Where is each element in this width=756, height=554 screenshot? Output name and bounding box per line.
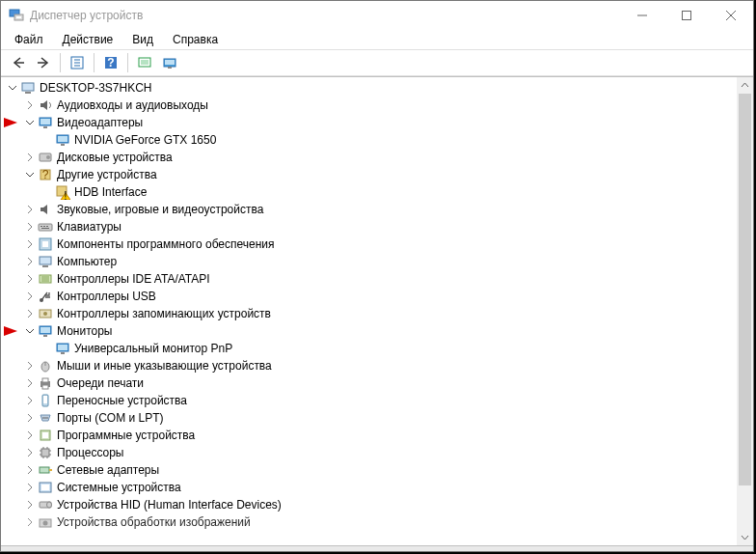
svg-rect-80 (40, 467, 49, 473)
scroll-up-arrow[interactable] (737, 77, 753, 94)
software-device-icon (38, 428, 53, 443)
chevron-right-icon[interactable] (22, 462, 38, 478)
category-system-devices[interactable]: Системные устройства (5, 479, 737, 496)
svg-rect-42 (42, 241, 48, 247)
category-video-adapters[interactable]: Видеоадаптеры (5, 114, 737, 131)
scroll-track[interactable] (737, 94, 753, 529)
category-label: Компьютер (57, 255, 117, 268)
chevron-right-icon[interactable] (22, 480, 38, 495)
back-button[interactable] (7, 51, 30, 74)
chevron-down-icon[interactable] (22, 167, 38, 182)
category-ports[interactable]: Порты (COM и LPT) (5, 409, 737, 427)
chevron-right-icon[interactable] (22, 445, 38, 460)
category-monitors[interactable]: Мониторы (5, 322, 737, 340)
category-mice[interactable]: Мыши и иные указывающие устройства (5, 357, 737, 374)
chevron-right-icon[interactable] (22, 410, 38, 426)
show-hidden-button[interactable] (66, 51, 89, 74)
minimize-button[interactable] (620, 1, 664, 30)
chevron-right-icon[interactable] (22, 202, 38, 217)
category-label: Процессоры (57, 446, 124, 459)
svg-rect-25 (43, 126, 47, 128)
chevron-down-icon[interactable] (22, 323, 38, 339)
category-storage-controllers[interactable]: Контроллеры запоминающих устройств (5, 305, 737, 322)
red-arrow-marker (4, 118, 17, 127)
tree-root[interactable]: DESKTOP-3S7HKCH (5, 79, 737, 97)
device-tree[interactable]: DESKTOP-3S7HKCH Аудиовходы и аудиовыходы… (1, 77, 737, 545)
forward-button[interactable] (32, 51, 55, 74)
chevron-right-icon[interactable] (22, 393, 38, 408)
category-label: Аудиовходы и аудиовыходы (57, 98, 208, 112)
category-usb[interactable]: Контроллеры USB (5, 288, 737, 305)
printer-icon (38, 375, 53, 391)
category-hid[interactable]: Устройства HID (Human Interface Devices) (5, 496, 737, 513)
menu-view[interactable]: Вид (124, 31, 161, 48)
category-processors[interactable]: Процессоры (5, 444, 737, 461)
computer-icon (20, 80, 36, 96)
svg-marker-52 (4, 326, 17, 336)
svg-rect-57 (58, 345, 68, 350)
root-label: DESKTOP-3S7HKCH (40, 81, 151, 95)
chevron-right-icon[interactable] (22, 306, 38, 321)
category-image-processing[interactable]: Устройства обработки изображений (5, 513, 737, 531)
svg-rect-37 (40, 226, 42, 227)
chevron-right-icon[interactable] (22, 150, 38, 165)
chevron-right-icon[interactable] (22, 428, 38, 443)
category-ide[interactable]: Контроллеры IDE ATA/ATAPI (5, 270, 737, 288)
toolbar: ? (1, 49, 753, 76)
menu-help[interactable]: Справка (165, 31, 226, 48)
chevron-right-icon[interactable] (22, 271, 38, 287)
display-adapter-icon (55, 132, 70, 148)
category-label: Программные устройства (57, 429, 195, 442)
scroll-down-arrow[interactable] (737, 529, 753, 545)
chevron-down-icon[interactable] (22, 115, 38, 130)
svg-point-30 (46, 155, 50, 159)
device-gpu[interactable]: NVIDIA GeForce GTX 1650 (5, 131, 737, 149)
chevron-right-icon[interactable] (22, 497, 38, 512)
chevron-right-icon[interactable] (22, 236, 38, 252)
chevron-right-icon[interactable] (22, 375, 38, 391)
display-adapter-icon (38, 115, 53, 130)
category-label: Видеоадаптеры (57, 116, 143, 129)
maximize-button[interactable] (664, 1, 709, 30)
category-other-devices[interactable]: ? Другие устройства (5, 166, 737, 183)
category-software-components[interactable]: Компоненты программного обеспечения (5, 235, 737, 253)
scan-hardware-button[interactable] (133, 51, 156, 74)
svg-point-67 (44, 417, 46, 419)
category-network[interactable]: Сетевые адаптеры (5, 461, 737, 479)
chevron-down-icon[interactable] (5, 80, 20, 96)
menu-file[interactable]: Файл (7, 31, 51, 48)
svg-rect-24 (40, 119, 50, 125)
category-computer[interactable]: Компьютер (5, 253, 737, 270)
software-icon (38, 236, 53, 252)
category-label: Контроллеры USB (57, 290, 156, 303)
category-keyboards[interactable]: Клавиатуры (5, 218, 737, 235)
speaker-icon (38, 97, 53, 113)
category-sound-game[interactable]: Звуковые, игровые и видеоустройства (5, 201, 737, 218)
chevron-right-icon[interactable] (22, 219, 38, 235)
svg-point-66 (42, 417, 44, 419)
system-device-icon (38, 480, 53, 495)
chevron-right-icon[interactable] (22, 254, 38, 269)
close-button[interactable] (709, 1, 753, 30)
imaging-device-icon (38, 514, 53, 530)
properties-button[interactable] (158, 51, 181, 74)
device-pnp-monitor[interactable]: Универсальный монитор PnP (5, 340, 737, 357)
category-portable[interactable]: Переносные устройства (5, 392, 737, 409)
chevron-right-icon[interactable] (22, 358, 38, 374)
chevron-right-icon[interactable] (22, 289, 38, 304)
menu-action[interactable]: Действие (55, 31, 122, 48)
help-button[interactable]: ? (99, 51, 122, 74)
svg-rect-55 (43, 335, 47, 337)
category-software-devices[interactable]: Программные устройства (5, 427, 737, 444)
chevron-right-icon[interactable] (22, 97, 38, 113)
category-disk[interactable]: Дисковые устройства (5, 149, 737, 166)
scroll-thumb[interactable] (739, 94, 751, 485)
category-audio[interactable]: Аудиовходы и аудиовыходы (5, 97, 737, 114)
category-label: Контроллеры запоминающих устройств (57, 307, 271, 320)
device-hdb[interactable]: ! HDB Interface (5, 183, 737, 201)
vertical-scrollbar[interactable] (737, 77, 753, 545)
chevron-placeholder (40, 341, 55, 356)
portable-device-icon (38, 393, 53, 408)
chevron-right-icon[interactable] (22, 514, 38, 530)
category-print-queues[interactable]: Очереди печати (5, 374, 737, 392)
